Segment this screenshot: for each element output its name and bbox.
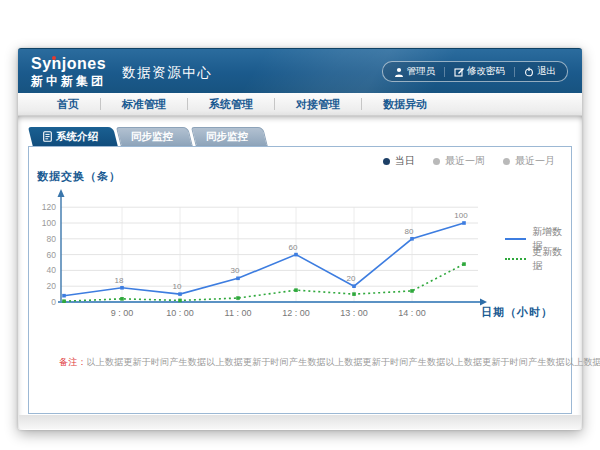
portal-panel: Synjones 新中新集团 数据资源中心 管理员	[18, 48, 582, 430]
radio-today[interactable]: 当日	[383, 154, 415, 168]
tab-bar: 系统介绍 同步监控 同步监控	[28, 127, 266, 146]
svg-text:60: 60	[47, 250, 57, 260]
radio-dot-icon	[383, 158, 390, 165]
svg-text:80: 80	[405, 227, 414, 236]
line-chart: 0204060801001209 : 0010 : 0011 : 0012 : …	[33, 185, 493, 325]
app-header: Synjones 新中新集团 数据资源中心 管理员	[18, 48, 582, 93]
divider	[514, 67, 515, 77]
svg-text:18: 18	[115, 276, 124, 285]
dotted-line-icon	[505, 258, 526, 260]
svg-text:60: 60	[289, 243, 298, 252]
admin-button[interactable]: 管理员	[394, 65, 436, 78]
svg-text:9 : 00: 9 : 00	[111, 308, 134, 318]
nav-item-standard-mgmt[interactable]: 标准管理	[101, 97, 187, 112]
user-menu: 管理员 修改密码 退出	[382, 61, 569, 82]
footnote: 备注：以上数据更新于时间产生数据以上数据更新于时间产生数据以上数据更新于时间产生…	[59, 356, 600, 369]
x-axis-title: 日期（小时）	[481, 305, 553, 320]
nav-item-data-change[interactable]: 数据异动	[362, 97, 448, 112]
svg-text:0: 0	[51, 297, 56, 307]
footnote-prefix: 备注：	[59, 357, 87, 367]
edit-icon	[454, 67, 464, 77]
chart-panel: 当日 最近一周 最近一月 数据交换（条） 0204060801001209 : …	[28, 146, 572, 414]
svg-text:120: 120	[42, 202, 56, 212]
brand-logo: Synjones 新中新集团	[31, 56, 106, 87]
svg-text:80: 80	[47, 234, 57, 244]
svg-text:20: 20	[47, 281, 57, 291]
logout-button[interactable]: 退出	[524, 65, 556, 78]
svg-text:14 : 00: 14 : 00	[398, 308, 426, 318]
nav-item-interface-mgmt[interactable]: 对接管理	[275, 97, 361, 112]
svg-text:10: 10	[173, 282, 182, 291]
radio-last-month[interactable]: 最近一月	[503, 154, 555, 168]
divider	[444, 67, 445, 77]
legend-item-updated-data: 更新数据	[505, 249, 571, 269]
user-icon	[394, 67, 404, 77]
svg-text:10 : 00: 10 : 00	[166, 308, 194, 318]
tab-system-intro[interactable]: 系统介绍	[28, 127, 113, 146]
tab-sync-monitor-2[interactable]: 同步监控	[191, 127, 263, 146]
logo-red-dot-icon	[52, 56, 56, 60]
svg-text:13 : 00: 13 : 00	[340, 308, 368, 318]
power-icon	[524, 67, 534, 77]
svg-text:40: 40	[47, 265, 57, 275]
chart-legend: 新增数据 更新数据	[505, 229, 571, 269]
svg-text:100: 100	[42, 218, 56, 228]
panel-footer	[19, 415, 581, 429]
range-filter: 当日 最近一周 最近一月	[383, 154, 555, 168]
content-area: 系统介绍 同步监控 同步监控 当日 最近一周	[18, 116, 582, 430]
logo-text-cn: 新中新集团	[31, 75, 106, 87]
footnote-body: 以上数据更新于时间产生数据以上数据更新于时间产生数据以上数据更新于时间产生数据以…	[87, 357, 600, 367]
app-window: Synjones 新中新集团 数据资源中心 管理员	[0, 0, 600, 450]
svg-text:100: 100	[454, 211, 468, 220]
nav-item-system-mgmt[interactable]: 系统管理	[188, 97, 274, 112]
nav-item-home[interactable]: 首页	[36, 97, 100, 112]
y-axis-title: 数据交换（条）	[37, 169, 121, 184]
main-nav: 首页 标准管理 系统管理 对接管理 数据异动	[18, 93, 582, 116]
radio-dot-icon	[433, 158, 440, 165]
solid-line-icon	[505, 238, 526, 240]
svg-text:20: 20	[347, 274, 356, 283]
logo-text-en: Synjones	[31, 56, 106, 72]
change-password-button[interactable]: 修改密码	[454, 65, 505, 78]
svg-text:12 : 00: 12 : 00	[282, 308, 310, 318]
radio-dot-icon	[503, 158, 510, 165]
page-title: 数据资源中心	[122, 64, 212, 82]
radio-last-week[interactable]: 最近一周	[433, 154, 485, 168]
svg-text:30: 30	[231, 266, 240, 275]
document-icon	[43, 131, 52, 142]
svg-text:11 : 00: 11 : 00	[225, 308, 252, 318]
tab-sync-monitor-1[interactable]: 同步监控	[116, 127, 188, 146]
